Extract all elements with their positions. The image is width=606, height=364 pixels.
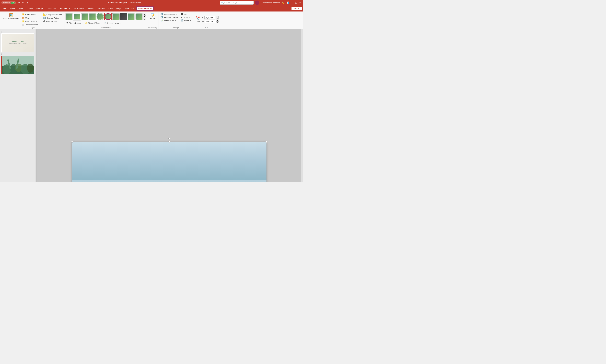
slide-panel: 1 TROPICAL LEAVESTRANSPARENT BACKGROUND … xyxy=(0,29,36,182)
remove-background-button[interactable]: 🖼️ Remove Background xyxy=(2,13,20,20)
picture-style-4[interactable] xyxy=(89,13,96,20)
menu-file[interactable]: File xyxy=(1,7,8,10)
menu-home[interactable]: Home xyxy=(8,7,17,10)
menu-review[interactable]: Review xyxy=(96,7,106,10)
menu-transitions[interactable]: Transitions xyxy=(45,7,58,10)
close-button[interactable]: ✕ xyxy=(298,1,302,4)
align-dropdown[interactable]: ▾ xyxy=(189,13,190,15)
send-backward-label: Send Backward xyxy=(164,16,177,18)
picture-style-2[interactable] xyxy=(73,13,81,20)
rotate-dropdown[interactable]: ▾ xyxy=(190,20,191,21)
menu-slideshow[interactable]: Slide Show xyxy=(72,7,86,10)
group-dropdown[interactable]: ▾ xyxy=(189,17,190,18)
height-decrease[interactable]: ▼ xyxy=(216,18,219,19)
right-scrollbar[interactable] xyxy=(301,29,303,182)
styles-scroll-controls: ▲ ▼ ⊞ xyxy=(143,13,146,20)
arrange-content: ⬆️ Bring Forward ▾ ⬇️ Send Backward ▾ 📑 … xyxy=(159,12,192,26)
send-backward-button[interactable]: ⬇️ Send Backward ▾ xyxy=(159,16,179,19)
share-button[interactable]: Share xyxy=(292,7,302,10)
picture-style-1[interactable] xyxy=(65,13,73,20)
size-content: ✂️ Crop H: ▲ ▼ W: ▲ ▼ xyxy=(194,12,219,26)
menu-draw[interactable]: Draw xyxy=(26,7,34,10)
reset-dropdown-icon[interactable]: ▾ xyxy=(57,20,58,22)
artistic-effects-dropdown-icon[interactable]: ▾ xyxy=(38,20,39,22)
align-button[interactable]: ⬛ Align ▾ xyxy=(180,13,192,16)
search-bar[interactable]: 🔍 Search (Alt+Q) xyxy=(220,1,254,5)
slide-1-thumb[interactable]: TROPICAL LEAVESTRANSPARENT BACKGROUND xyxy=(1,33,34,52)
change-picture-button[interactable]: 🔄 Change Picture ▾ xyxy=(42,16,63,19)
redo-button[interactable]: ↪ xyxy=(22,1,25,4)
resize-handle-tr[interactable] xyxy=(266,141,267,143)
color-button[interactable]: 🎨 Color ▾ xyxy=(21,16,39,19)
bring-forward-button[interactable]: ⬆️ Bring Forward ▾ xyxy=(159,13,179,16)
undo-button[interactable]: ↩ xyxy=(17,1,20,4)
picture-layout-button[interactable]: 📋 Picture Layout ▾ xyxy=(103,22,122,25)
present-icon[interactable]: 📊 xyxy=(286,1,289,4)
autosave-on[interactable]: On xyxy=(11,2,15,4)
send-backward-dropdown[interactable]: ▾ xyxy=(177,17,178,18)
alt-text-button[interactable]: 📝 Alt Text xyxy=(149,13,156,20)
menu-right: Share xyxy=(292,7,302,10)
menu-design[interactable]: Design xyxy=(35,7,44,10)
crop-button[interactable]: ✂️ Crop xyxy=(194,16,202,23)
picture-style-5[interactable] xyxy=(97,13,104,20)
menu-insert[interactable]: Insert xyxy=(17,7,26,10)
picture-effects-button[interactable]: 💫 Picture Effects ▾ xyxy=(84,22,103,25)
quick-access-more[interactable]: ▾ xyxy=(26,1,29,4)
minimize-button[interactable]: — xyxy=(291,1,294,4)
edit-icon[interactable]: ✏️ xyxy=(281,1,285,4)
change-pic-dropdown-icon[interactable]: ▾ xyxy=(60,17,61,19)
menu-record[interactable]: Record xyxy=(86,7,96,10)
rotate-button[interactable]: 🔄 Rotate ▾ xyxy=(180,19,192,22)
artistic-effects-button[interactable]: ✨ Artistic Effects ▾ xyxy=(21,20,39,23)
restore-button[interactable]: ❐ xyxy=(295,1,298,4)
styles-scroll-down[interactable]: ▼ xyxy=(143,15,146,18)
slide-2-thumb[interactable] xyxy=(1,56,34,74)
menu-picture-format[interactable]: Picture Format xyxy=(136,6,154,11)
rotate-icon: 🔄 xyxy=(181,19,183,22)
compress-pictures-button[interactable]: 📐 Compress Pictures xyxy=(42,13,63,16)
menu-slidelizard[interactable]: SlideLizard xyxy=(123,7,136,10)
selection-pane-button[interactable]: 📑 Selection Pane xyxy=(159,19,179,22)
bring-forward-dropdown[interactable]: ▾ xyxy=(176,13,177,15)
transparency-button[interactable]: ◻️ Transparency ▾ xyxy=(21,23,39,26)
width-decrease[interactable]: ▼ xyxy=(216,22,219,23)
menu-help[interactable]: Help xyxy=(115,7,122,10)
slide-image[interactable]: Windows aktivieren Wechseln Sie zu den E… xyxy=(72,142,267,182)
picture-border-dropdown[interactable]: ▾ xyxy=(81,22,82,24)
reset-picture-button[interactable]: ↺ Reset Picture ▾ xyxy=(42,20,63,23)
left-scrollbar[interactable] xyxy=(36,29,37,182)
transparency-dropdown-icon[interactable]: ▾ xyxy=(37,24,38,26)
autosave-badge[interactable]: AutoSave On xyxy=(1,1,16,4)
rotate-handle[interactable] xyxy=(168,138,170,139)
picture-layout-dropdown[interactable]: ▾ xyxy=(120,22,121,24)
width-input[interactable] xyxy=(205,20,216,23)
corrections-dropdown-icon[interactable]: ▾ xyxy=(36,14,36,15)
styles-more[interactable]: ⊞ xyxy=(143,18,146,20)
color-dropdown-icon[interactable]: ▾ xyxy=(30,17,31,19)
picture-border-button[interactable]: 🖼 Picture Border ▾ xyxy=(65,22,83,25)
picture-style-9[interactable] xyxy=(128,13,135,20)
picture-style-8[interactable] xyxy=(120,13,127,20)
picture-style-7[interactable] xyxy=(112,13,119,20)
picture-style-3[interactable] xyxy=(81,13,89,20)
height-increase[interactable]: ▲ xyxy=(216,16,219,18)
group-icon: ⊞ xyxy=(181,16,182,18)
picture-style-6-selected[interactable] xyxy=(104,13,112,20)
styles-scroll-up[interactable]: ▲ xyxy=(143,13,146,15)
user-avatar[interactable]: GJ xyxy=(255,0,259,5)
width-increase[interactable]: ▲ xyxy=(216,20,219,22)
height-input[interactable] xyxy=(205,16,215,19)
picture-style-10[interactable] xyxy=(135,13,143,20)
menu-animations[interactable]: Animations xyxy=(58,7,72,10)
picture-effects-dropdown[interactable]: ▾ xyxy=(101,22,102,24)
width-arrows: ▲ ▼ xyxy=(216,20,219,23)
corrections-button[interactable]: ☀️ Corrections ▾ xyxy=(21,13,39,16)
arrange-label: Arrange xyxy=(173,26,179,29)
menu-view[interactable]: View xyxy=(106,7,114,10)
size-label: Size xyxy=(205,26,208,29)
resize-handle-tc[interactable] xyxy=(168,141,170,143)
styles-content: ▲ ▼ ⊞ 🖼 Picture Border ▾ 💫 Picture Effec… xyxy=(65,12,146,26)
resize-handle-tl[interactable] xyxy=(71,141,73,143)
group-button[interactable]: ⊞ Group ▾ xyxy=(180,16,192,19)
